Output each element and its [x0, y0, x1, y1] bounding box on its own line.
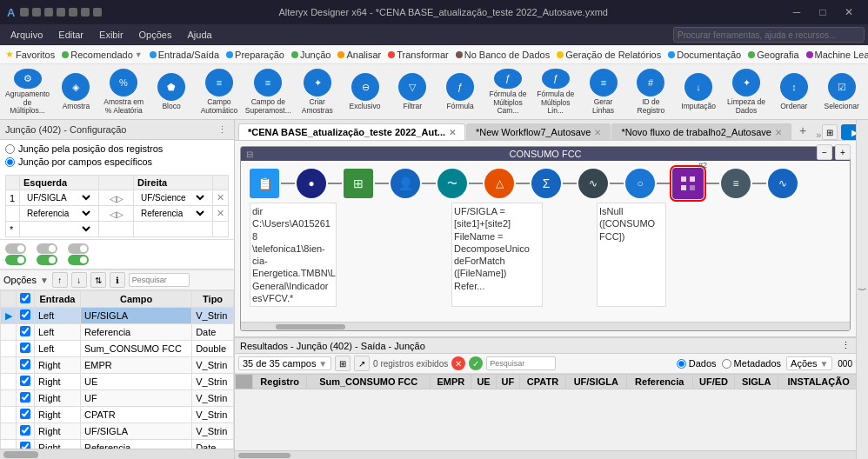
- field-checkbox-2[interactable]: [20, 343, 30, 353]
- quick-open-icon[interactable]: [32, 8, 41, 17]
- tool-limpeza-dados[interactable]: ✦ Limpeza de Dados: [724, 67, 770, 117]
- fav-favoritos[interactable]: ★ Favoritos: [5, 49, 55, 60]
- node-11[interactable]: ≡: [721, 169, 751, 198]
- fav-ml[interactable]: Machine Learning: [806, 50, 868, 60]
- left-toggle-switch2[interactable]: [5, 255, 26, 265]
- fav-transformar[interactable]: Transformar: [388, 50, 449, 60]
- tool-id-registro[interactable]: # ID de Registro: [628, 67, 674, 117]
- maximize-button[interactable]: □: [811, 3, 835, 21]
- field-checkbox-7[interactable]: [20, 425, 30, 436]
- tool-bloco[interactable]: ⬟ Bloco: [149, 67, 195, 117]
- acoes-btn[interactable]: Ações ▼: [786, 356, 832, 370]
- redo-icon[interactable]: [93, 8, 102, 17]
- field-checkbox-8[interactable]: [20, 442, 30, 449]
- join-toggle-switch2[interactable]: [37, 255, 57, 265]
- menu-arquivo[interactable]: Arquivo: [3, 28, 50, 42]
- tool-criar-amostras[interactable]: ✦ Criar Amostras: [294, 67, 340, 117]
- workflow-toggle[interactable]: ⊟: [246, 150, 253, 159]
- join-left-select-1[interactable]: UF/SIGLA: [23, 192, 93, 203]
- menu-opcoes[interactable]: Opções: [132, 28, 179, 42]
- row-checkbox-8[interactable]: [17, 440, 35, 449]
- tool-exclusivo[interactable]: ⊖ Exclusivo: [342, 67, 388, 117]
- select-all-checkbox[interactable]: [20, 293, 30, 303]
- right-toggle-switch[interactable]: [68, 243, 89, 254]
- menu-ajuda[interactable]: Ajuda: [180, 28, 218, 42]
- sort-btn[interactable]: ⇅: [90, 272, 106, 288]
- menu-editar[interactable]: Editar: [51, 28, 90, 42]
- move-down-btn[interactable]: ↓: [71, 272, 87, 288]
- node-wave[interactable]: 〜: [437, 169, 467, 198]
- node-12[interactable]: ∿: [768, 169, 798, 198]
- right-sidebar-collapse[interactable]: ⟩: [856, 120, 868, 459]
- row-checkbox-3[interactable]: [17, 357, 35, 374]
- results-export-btn[interactable]: ↗: [354, 356, 370, 371]
- tool-formula-multiplos-lin[interactable]: ƒ Fórmula de Múltiplos Lin...: [532, 67, 578, 117]
- right-toggle-switch2[interactable]: [68, 255, 89, 265]
- node-triangle[interactable]: △: [484, 169, 514, 198]
- field-checkbox-6[interactable]: [20, 409, 30, 419]
- node-curve[interactable]: ∿: [578, 169, 608, 198]
- quick-icon3[interactable]: [44, 8, 53, 17]
- search-input[interactable]: [673, 27, 865, 43]
- results-menu-icon[interactable]: ⋮: [841, 340, 851, 351]
- row-checkbox-0[interactable]: [17, 308, 35, 324]
- tool-formula[interactable]: ƒ Fórmula: [437, 67, 484, 117]
- zoom-out-btn[interactable]: −: [817, 144, 832, 160]
- quick-icon5[interactable]: [69, 8, 77, 17]
- close-button[interactable]: ✕: [837, 3, 861, 21]
- quick-save-icon[interactable]: [20, 8, 29, 17]
- row-checkbox-4[interactable]: [17, 374, 35, 390]
- panel-menu-icon[interactable]: ⋮: [215, 123, 229, 136]
- fav-analisar[interactable]: Analisar: [337, 50, 381, 60]
- node-join[interactable]: [672, 168, 704, 199]
- info-btn[interactable]: ℹ: [110, 272, 125, 288]
- row-checkbox-5[interactable]: [17, 390, 35, 407]
- row-checkbox-2[interactable]: [17, 341, 35, 357]
- join-left-select-3[interactable]: [23, 223, 93, 235]
- tool-selecionar[interactable]: ☑ Selecionar: [818, 67, 865, 117]
- add-tab-button[interactable]: +: [792, 121, 813, 140]
- results-h-scroll[interactable]: [235, 450, 856, 459]
- join-del-1[interactable]: ✕: [213, 190, 229, 206]
- node-dark[interactable]: ●: [297, 169, 326, 198]
- tool-amostra[interactable]: ◈ Amostra: [53, 67, 99, 117]
- tool-ordenar[interactable]: ↕ Ordenar: [771, 67, 817, 117]
- zoom-in-btn[interactable]: +: [835, 144, 851, 160]
- fav-geografia[interactable]: Geografia: [748, 50, 798, 60]
- minimize-button[interactable]: ─: [785, 3, 809, 21]
- move-up-btn[interactable]: ↑: [52, 272, 68, 288]
- fields-count[interactable]: 35 de 35 campos ▼: [238, 356, 331, 370]
- layout-btn[interactable]: ⊞: [822, 124, 838, 140]
- table-h-scroll[interactable]: [0, 449, 234, 459]
- results-copy-btn[interactable]: ⊞: [335, 356, 351, 371]
- tool-amostra-aleatoria[interactable]: % Amostra em % Aleatória: [101, 67, 147, 117]
- fav-banco-dados[interactable]: No Banco de Dados: [456, 50, 550, 60]
- tab-workflow7-close[interactable]: ✕: [594, 128, 601, 137]
- undo-icon[interactable]: [81, 8, 90, 17]
- radio-join-pos[interactable]: [5, 144, 15, 154]
- tab-new-workflow7[interactable]: *New Workflow7_Autosave ✕: [466, 123, 611, 140]
- metadados-radio[interactable]: [722, 359, 731, 369]
- row-checkbox-7[interactable]: [17, 423, 35, 440]
- dados-radio[interactable]: [677, 359, 686, 369]
- fav-relatorios[interactable]: Geração de Relatórios: [557, 50, 661, 60]
- row-checkbox-6[interactable]: [17, 407, 35, 423]
- field-checkbox-3[interactable]: [20, 359, 30, 369]
- menu-exibir[interactable]: Exibir: [92, 28, 130, 42]
- node-input[interactable]: 📋: [250, 169, 279, 198]
- error-btn[interactable]: ✕: [451, 356, 465, 370]
- node-blue-circle[interactable]: ○: [625, 169, 655, 198]
- join-right-select-2[interactable]: Referencia: [137, 208, 207, 219]
- tab-cena-close[interactable]: ✕: [449, 128, 456, 137]
- run-button[interactable]: Executar: [841, 124, 856, 140]
- row-checkbox-1[interactable]: [17, 324, 35, 341]
- node-person[interactable]: 👤: [391, 169, 420, 198]
- node-sigma[interactable]: Σ: [531, 169, 561, 198]
- field-checkbox-4[interactable]: [20, 376, 30, 386]
- options-chevron[interactable]: ▼: [40, 276, 49, 285]
- field-checkbox-0[interactable]: [20, 309, 30, 320]
- fav-preparacao[interactable]: Preparação: [226, 50, 284, 60]
- metadados-radio-label[interactable]: Metadados: [722, 358, 781, 369]
- recomendado-expand[interactable]: ▼: [135, 50, 143, 59]
- success-btn[interactable]: ✓: [469, 356, 483, 370]
